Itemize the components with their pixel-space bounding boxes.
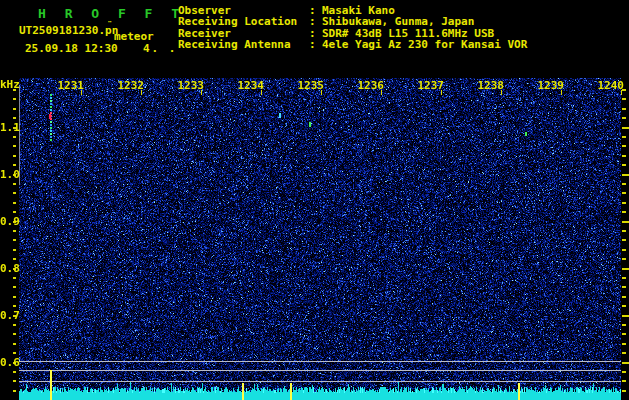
observation-datetime: 25.09.18 12:30	[25, 42, 118, 55]
x-tick-label: 1236	[350, 79, 384, 92]
info-label: Receiving Antenna	[178, 39, 309, 50]
x-tick-label: 1239	[530, 79, 564, 92]
info-colon: :	[309, 39, 322, 50]
hrofft-output-image: H R O F F T UT2509181230.pn ¨ meteor 25.…	[0, 0, 629, 400]
y-tick-label: 1.1	[0, 121, 16, 134]
y-tick-label: 0.9	[0, 215, 16, 228]
y-axis-unit: kHz	[0, 78, 16, 91]
x-tick-label: 1240	[590, 79, 624, 92]
x-tick-label: 1238	[470, 79, 504, 92]
y-tick-label: 0.8	[0, 262, 16, 275]
filename: UT2509181230.pn	[19, 24, 118, 37]
y-tick-label: 0.7	[0, 309, 16, 322]
x-tick-label: 1232	[110, 79, 144, 92]
observer-info-block: Observer:Masaki KanoReceiving Location:S…	[178, 5, 527, 51]
app-title: H R O F F T	[38, 6, 185, 21]
x-tick-label: 1231	[50, 79, 84, 92]
x-tick-label: 1235	[290, 79, 324, 92]
y-tick-label: 0.6	[0, 356, 16, 369]
info-row-receiving-antenna: Receiving Antenna:4ele Yagi Az 230 for K…	[178, 39, 527, 50]
spectrogram-canvas	[0, 70, 629, 400]
echo-count-marks: 4. .	[143, 42, 178, 55]
info-value: 4ele Yagi Az 230 for Kansai VOR	[322, 39, 527, 50]
x-tick-label: 1234	[230, 79, 264, 92]
filename-artifact: ¨	[107, 20, 112, 30]
x-tick-label: 1233	[170, 79, 204, 92]
x-tick-label: 1237	[410, 79, 444, 92]
y-tick-label: 1.0	[0, 168, 16, 181]
